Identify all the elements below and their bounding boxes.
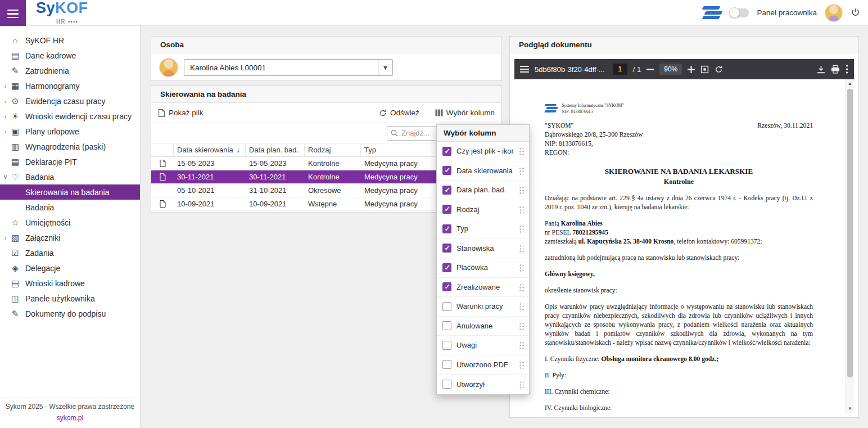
chooser-item-zrealizowane[interactable]: Zrealizowane <box>437 278 529 298</box>
pdf-scrollbar[interactable]: ▲ ▼ <box>846 79 854 413</box>
sidebar-item-badania-sub[interactable]: Badania <box>0 200 140 215</box>
sidebar-item-wnioski-kadrowe[interactable]: ▤ Wnioski kadrowe <box>0 276 140 291</box>
panel-pracownika-label: Panel pracownika <box>757 8 817 17</box>
person-select[interactable]: Karolina Abies L00001 ▼ <box>184 59 393 76</box>
chooser-item-stanowiska[interactable]: Stanowiska <box>437 239 529 259</box>
dropdown-button[interactable]: ▼ <box>378 60 392 75</box>
pdf-sidebar-toggle-button[interactable] <box>520 65 529 73</box>
download-button[interactable] <box>817 65 825 74</box>
fit-page-button[interactable] <box>700 65 709 74</box>
drag-handle-icon[interactable] <box>519 205 525 214</box>
panel-pracownika-toggle[interactable] <box>730 8 749 17</box>
checkbox[interactable] <box>442 263 451 272</box>
sidebar-item-harmonogramy[interactable]: › ▦ Harmonogramy <box>0 78 140 93</box>
sidebar-item-skierowania-na-badania[interactable]: Skierowania na badania <box>0 184 140 200</box>
sun-icon: ☀ <box>10 111 21 121</box>
drag-handle-icon[interactable] <box>519 361 525 369</box>
cell-date-referral: 30-11-2021 <box>174 173 246 181</box>
sidebar-item-dokumenty-do-podpisu[interactable]: ✎ Dokumenty do podpisu <box>0 306 140 321</box>
scroll-up-arrow[interactable]: ▲ <box>846 79 854 88</box>
refresh-button[interactable]: Odśwież <box>379 109 419 117</box>
checkbox[interactable] <box>442 321 451 330</box>
drag-handle-icon[interactable] <box>519 322 525 330</box>
chooser-item-utworzono-pdf[interactable]: Utworzono PDF <box>437 355 529 375</box>
plus-icon <box>688 66 695 73</box>
scrollbar-thumb[interactable] <box>847 89 853 377</box>
sidebar-item-umiejetnosci[interactable]: ☆ Umiejętności <box>0 215 140 230</box>
sykom-link[interactable]: sykom.pl <box>57 414 83 422</box>
column-file[interactable] <box>151 143 174 156</box>
checkbox[interactable] <box>442 244 451 253</box>
sidebar-item-zadania[interactable]: ☑ Zadania <box>0 245 140 260</box>
work-conditions: Opis warunków pracy uwzględniający infor… <box>545 303 813 348</box>
drag-handle-icon[interactable] <box>519 224 525 233</box>
scroll-down-arrow[interactable]: ▼ <box>846 404 854 413</box>
show-file-button[interactable]: Pokaż plik <box>158 109 204 117</box>
chooser-item-rodzaj[interactable]: Rodzaj <box>437 200 529 220</box>
column-date-planned[interactable]: Data plan. bad. <box>246 143 305 156</box>
preview-panel-title: Podgląd dokumentu <box>510 37 858 53</box>
chevron-right-icon: › <box>2 98 9 105</box>
rotate-button[interactable] <box>715 65 723 74</box>
pdf-document-page: Systemy Informatyczne "SYKOM" NIP: 81330… <box>514 79 846 413</box>
chooser-item-placowka[interactable]: Placówka <box>437 258 529 278</box>
sidebar-item-wnioski-ewidencji[interactable]: › ☀ Wnioski ewidencji czasu pracy <box>0 109 140 124</box>
drag-handle-icon[interactable] <box>519 380 525 389</box>
column-kind[interactable]: Rodzaj <box>305 143 361 156</box>
sidebar-item-deklaracje-pit[interactable]: ▤ Deklaracje PIT <box>0 154 140 169</box>
sidebar-item-zatrudnienia[interactable]: ✎ Zatrudnienia <box>0 63 140 78</box>
checkbox[interactable] <box>442 147 451 156</box>
column-chooser-button[interactable]: Wybór kolumn <box>435 109 495 117</box>
cell-kind: Okresowe <box>305 186 361 195</box>
zoom-in-button[interactable] <box>688 66 695 73</box>
logout-power-button[interactable] <box>851 8 860 17</box>
sidebar-item-badania[interactable]: ∨ ♡ Badania <box>0 169 140 184</box>
sidebar-item-zalaczniki[interactable]: › ▧ Załączniki <box>0 230 140 245</box>
drag-handle-icon[interactable] <box>519 147 525 155</box>
column-date-referral[interactable]: Data skierowania ↓ <box>174 143 246 156</box>
checkbox[interactable] <box>442 186 451 195</box>
hamburger-menu-button[interactable] <box>0 0 26 26</box>
checkbox[interactable] <box>442 166 451 175</box>
sidebar-item-sykof-hr[interactable]: ⌂ SyKOF HR <box>0 33 140 48</box>
sidebar-item-panele-uzytkownika[interactable]: ◫ Panele użytkownika <box>0 291 140 306</box>
checkbox[interactable] <box>442 380 451 389</box>
chooser-item-warunki-pracy[interactable]: Warunki pracy <box>437 297 529 317</box>
drag-handle-icon[interactable] <box>519 302 525 310</box>
zoom-out-button[interactable] <box>647 66 654 73</box>
drag-handle-icon[interactable] <box>519 186 525 194</box>
drag-handle-icon[interactable] <box>519 263 525 272</box>
checkbox[interactable] <box>442 224 451 233</box>
sidebar-item-wynagrodzenia[interactable]: ▥ Wynagrodzenia (paski) <box>0 139 140 154</box>
checkbox[interactable] <box>442 205 451 214</box>
print-button[interactable] <box>831 65 840 74</box>
sidebar-item-ewidencja-czasu-pracy[interactable]: › ⊙ Ewidencja czasu pracy <box>0 93 140 109</box>
chooser-item-data-skierowania[interactable]: Data skierowania <box>437 161 529 181</box>
chooser-item-anulowane[interactable]: Anulowane <box>437 317 529 336</box>
chooser-item-utworzyl[interactable]: Utworzył <box>437 375 529 394</box>
position-name: Główny księgowy, <box>545 270 813 279</box>
chooser-item-typ[interactable]: Typ <box>437 219 529 239</box>
chooser-item-data-plan-bad[interactable]: Data plan. bad. <box>437 181 529 200</box>
checkbox[interactable] <box>442 360 451 369</box>
drag-handle-icon[interactable] <box>519 166 525 175</box>
sender-address: "SYKOM" Dąbrowskiego 20/8, 25-300 Rzeszó… <box>545 121 643 157</box>
more-options-button[interactable] <box>846 65 848 74</box>
sidebar-item-delegacje[interactable]: ◈ Delegacje <box>0 260 140 276</box>
chooser-item-uwagi[interactable]: Uwagi <box>437 336 529 355</box>
checkbox[interactable] <box>442 341 451 350</box>
user-avatar[interactable] <box>825 4 843 22</box>
tasks-icon: ☑ <box>10 248 21 258</box>
drag-handle-icon[interactable] <box>519 341 525 349</box>
checkbox[interactable] <box>442 302 451 311</box>
sidebar-item-plany-urlopowe[interactable]: › ▣ Plany urlopowe <box>0 124 140 139</box>
sidebar-item-dane-kadrowe[interactable]: ▤ Dane kadrowe <box>0 48 140 63</box>
drag-handle-icon[interactable] <box>519 244 525 253</box>
letterhead-company: Systemy Informatyczne "SYKOM" <box>562 103 624 108</box>
payroll-icon: ▥ <box>10 142 21 152</box>
page-number-input[interactable] <box>613 64 627 75</box>
chooser-item-czy-jest-plik[interactable]: Czy jest plik - ikonka <box>437 142 529 161</box>
drag-handle-icon[interactable] <box>519 283 525 291</box>
checkbox[interactable] <box>442 282 451 291</box>
chevron-right-icon: › <box>2 235 9 241</box>
